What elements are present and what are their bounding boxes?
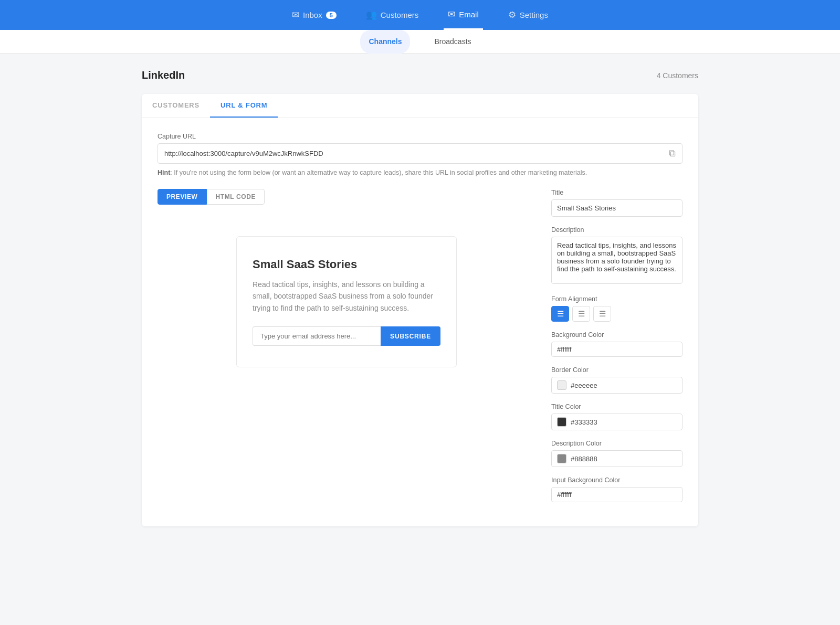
bg-color-row[interactable]: #ffffff	[551, 342, 682, 357]
page-header: LinkedIn 4 Customers	[142, 69, 698, 81]
title-input[interactable]	[551, 199, 682, 217]
bg-color-label: Background Color	[551, 331, 682, 338]
bg-color-value: #ffffff	[557, 345, 572, 353]
preview-title: Small SaaS Stories	[253, 258, 440, 271]
nav-settings[interactable]: ⚙ Settings	[504, 0, 552, 30]
nav-inbox-label: Inbox	[303, 10, 322, 19]
tab-url-form[interactable]: URL & FORM	[210, 94, 278, 118]
border-color-swatch	[557, 380, 566, 390]
align-right-btn[interactable]: ☰	[593, 306, 611, 322]
copy-icon[interactable]: ⧉	[669, 148, 676, 159]
nav-inbox[interactable]: ✉ Inbox 5	[288, 0, 341, 30]
preview-subscribe-btn[interactable]: SUBSCRIBE	[381, 326, 440, 346]
subnav-channels[interactable]: Channels	[360, 30, 410, 54]
preview-input-row: SUBSCRIBE	[253, 326, 440, 346]
page-content: LinkedIn 4 Customers CUSTOMERS URL & FOR…	[131, 69, 709, 526]
sub-nav: Channels Broadcasts	[0, 30, 840, 54]
description-textarea[interactable]: Read tactical tips, insights, and lesson…	[551, 237, 682, 284]
title-color-row[interactable]: #333333	[551, 414, 682, 430]
hint-bold: Hint	[158, 169, 170, 176]
title-color-swatch	[557, 417, 566, 427]
input-bg-label: Input Background Color	[551, 476, 682, 484]
desc-color-value: #888888	[571, 455, 597, 463]
nav-customers-label: Customers	[381, 10, 419, 19]
form-settings-panel: Title Description Read tactical tips, in…	[551, 189, 682, 512]
capture-url-field: Capture URL http://localhost:3000/captur…	[158, 133, 682, 176]
customers-icon: 👥	[366, 9, 377, 20]
inbox-icon: ✉	[292, 9, 299, 20]
align-center-icon: ☰	[578, 309, 585, 319]
nav-customers[interactable]: 👥 Customers	[362, 0, 423, 30]
border-color-row[interactable]: #eeeeee	[551, 377, 682, 394]
html-code-toggle-btn[interactable]: HTML CODE	[207, 189, 265, 205]
border-color-field: Border Color #eeeeee	[551, 366, 682, 394]
form-preview-panel: PREVIEW HTML CODE Small SaaS Stories Rea…	[158, 189, 536, 512]
page-title: LinkedIn	[142, 69, 185, 81]
title-color-label: Title Color	[551, 403, 682, 410]
tab-customers[interactable]: CUSTOMERS	[142, 94, 210, 118]
nav-email[interactable]: ✉ Email	[444, 0, 483, 30]
subnav-broadcasts-label: Broadcasts	[434, 37, 471, 46]
title-color-field: Title Color #333333	[551, 403, 682, 430]
bg-color-field: Background Color #ffffff	[551, 331, 682, 357]
align-center-btn[interactable]: ☰	[572, 306, 590, 322]
email-icon: ✉	[448, 9, 455, 20]
subnav-broadcasts[interactable]: Broadcasts	[426, 30, 479, 54]
top-nav: ✉ Inbox 5 👥 Customers ✉ Email ⚙ Settings	[0, 0, 840, 30]
title-color-value: #333333	[571, 418, 597, 426]
form-section: Capture URL http://localhost:3000/captur…	[142, 118, 698, 526]
title-label: Title	[551, 189, 682, 196]
desc-color-swatch	[557, 454, 566, 463]
input-bg-field: Input Background Color #ffffff	[551, 476, 682, 502]
inbox-badge: 5	[326, 12, 337, 19]
alignment-field: Form Alignment ☰ ☰ ☰	[551, 295, 682, 322]
customer-count: 4 Customers	[657, 71, 698, 80]
nav-email-label: Email	[459, 10, 479, 19]
align-left-icon: ☰	[557, 309, 564, 319]
capture-url-label: Capture URL	[158, 133, 682, 140]
preview-email-input[interactable]	[253, 326, 381, 346]
subnav-channels-label: Channels	[369, 37, 402, 46]
settings-icon: ⚙	[508, 9, 516, 20]
align-right-icon: ☰	[599, 309, 606, 319]
desc-color-field: Description Color #888888	[551, 440, 682, 467]
input-bg-row[interactable]: #ffffff	[551, 487, 682, 502]
align-buttons: ☰ ☰ ☰	[551, 306, 682, 322]
align-left-btn[interactable]: ☰	[551, 306, 569, 322]
toggle-buttons: PREVIEW HTML CODE	[158, 189, 536, 205]
title-field: Title	[551, 189, 682, 217]
description-label: Description	[551, 226, 682, 234]
input-bg-value: #ffffff	[557, 491, 572, 499]
tabs: CUSTOMERS URL & FORM	[142, 94, 698, 118]
preview-toggle-btn[interactable]: PREVIEW	[158, 189, 207, 205]
border-color-value: #eeeeee	[571, 382, 597, 389]
alignment-label: Form Alignment	[551, 295, 682, 303]
form-preview-box: Small SaaS Stories Read tactical tips, i…	[236, 236, 457, 367]
preview-description: Read tactical tips, insights, and lesson…	[253, 279, 440, 314]
main-card: CUSTOMERS URL & FORM Capture URL http://…	[142, 94, 698, 526]
url-display-row: http://localhost:3000/capture/v9uM2wcJkR…	[158, 143, 682, 164]
form-builder: PREVIEW HTML CODE Small SaaS Stories Rea…	[158, 189, 682, 512]
desc-color-label: Description Color	[551, 440, 682, 447]
description-field: Description Read tactical tips, insights…	[551, 226, 682, 286]
hint-text: Hint: If you're not using the form below…	[158, 169, 682, 176]
url-value: http://localhost:3000/capture/v9uM2wcJkR…	[164, 150, 669, 157]
border-color-label: Border Color	[551, 366, 682, 374]
desc-color-row[interactable]: #888888	[551, 450, 682, 467]
nav-settings-label: Settings	[520, 10, 548, 19]
